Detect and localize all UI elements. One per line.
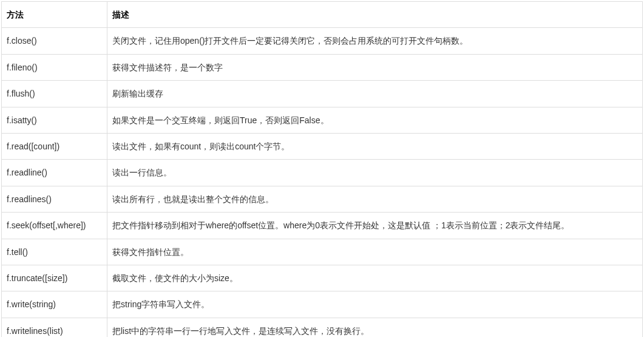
cell-method: f.flush(): [2, 81, 107, 107]
table-row: f.truncate([size]) 截取文件，使文件的大小为size。: [2, 265, 643, 291]
cell-method: f.writelines(list): [2, 318, 107, 337]
cell-description: 如果文件是一个交互终端，则返回True，否则返回False。: [107, 107, 643, 133]
header-method: 方法: [2, 2, 107, 28]
cell-method: f.truncate([size]): [2, 265, 107, 291]
cell-description: 读出文件，如果有count，则读出count个字节。: [107, 133, 643, 159]
table-header-row: 方法 描述: [2, 2, 643, 28]
table-row: f.writelines(list) 把list中的字符串一行一行地写入文件，是…: [2, 318, 643, 337]
table-row: f.read([count]) 读出文件，如果有count，则读出count个字…: [2, 133, 643, 159]
file-methods-table: 方法 描述 f.close() 关闭文件，记住用open()打开文件后一定要记得…: [1, 1, 643, 337]
cell-method: f.readlines(): [2, 186, 107, 212]
cell-method: f.readline(): [2, 160, 107, 186]
cell-method: f.isatty(): [2, 107, 107, 133]
header-description: 描述: [107, 2, 643, 28]
table-row: f.flush() 刷新输出缓存: [2, 81, 643, 107]
cell-description: 把list中的字符串一行一行地写入文件，是连续写入文件，没有换行。: [107, 318, 643, 337]
cell-method: f.fileno(): [2, 54, 107, 80]
cell-method: f.write(string): [2, 291, 107, 318]
table-row: f.fileno() 获得文件描述符，是一个数字: [2, 54, 643, 80]
cell-description: 把文件指针移动到相对于where的offset位置。where为0表示文件开始处…: [107, 213, 643, 239]
table-row: f.readline() 读出一行信息。: [2, 160, 643, 186]
table-row: f.readlines() 读出所有行，也就是读出整个文件的信息。: [2, 186, 643, 212]
cell-method: f.close(): [2, 28, 107, 54]
table-row: f.close() 关闭文件，记住用open()打开文件后一定要记得关闭它，否则…: [2, 28, 643, 54]
table-row: f.seek(offset[,where]) 把文件指针移动到相对于where的…: [2, 213, 643, 239]
cell-description: 关闭文件，记住用open()打开文件后一定要记得关闭它，否则会占用系统的可打开文…: [107, 28, 643, 54]
table-row: f.write(string) 把string字符串写入文件。: [2, 291, 643, 318]
cell-description: 获得文件指针位置。: [107, 239, 643, 265]
cell-description: 截取文件，使文件的大小为size。: [107, 265, 643, 291]
cell-method: f.read([count]): [2, 133, 107, 159]
cell-method: f.seek(offset[,where]): [2, 213, 107, 239]
table-row: f.isatty() 如果文件是一个交互终端，则返回True，否则返回False…: [2, 107, 643, 133]
cell-description: 读出所有行，也就是读出整个文件的信息。: [107, 186, 643, 212]
table-row: f.tell() 获得文件指针位置。: [2, 239, 643, 265]
cell-description: 读出一行信息。: [107, 160, 643, 186]
cell-description: 把string字符串写入文件。: [107, 291, 643, 318]
cell-description: 获得文件描述符，是一个数字: [107, 54, 643, 80]
cell-description: 刷新输出缓存: [107, 81, 643, 107]
cell-method: f.tell(): [2, 239, 107, 265]
